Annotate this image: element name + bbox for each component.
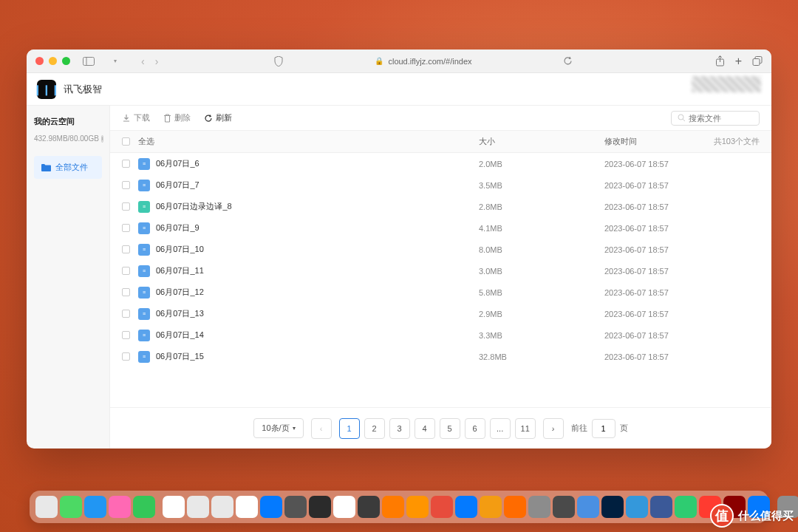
table-row[interactable]: ≡ 06月07日_10 8.0MB 2023-06-07 18:57 (110, 239, 771, 260)
table-row[interactable]: ≡ 06月07日_14 3.3MB 2023-06-07 18:57 (110, 324, 771, 346)
file-size: 4.1MB (479, 224, 604, 233)
page-size-select[interactable]: 10条/页 ▾ (253, 418, 303, 438)
row-checkbox[interactable] (122, 267, 130, 275)
file-time: 2023-06-07 18:57 (604, 352, 760, 361)
file-name[interactable]: 06月07日_12 (156, 287, 479, 298)
row-checkbox[interactable] (122, 310, 130, 318)
prev-page-button[interactable]: ‹ (311, 418, 332, 439)
file-name[interactable]: 06月07日_10 (156, 244, 479, 255)
dock-app-icon[interactable] (626, 496, 648, 518)
table-row[interactable]: ≡ 06月07日_15 32.8MB 2023-06-07 18:57 (110, 346, 771, 367)
page-button[interactable]: ... (490, 418, 511, 439)
shield-icon[interactable] (270, 53, 287, 69)
dock-app-icon[interactable] (650, 496, 672, 518)
row-checkbox[interactable] (122, 245, 130, 253)
dock-app-icon[interactable] (309, 496, 331, 518)
file-name[interactable]: 06月07日_13 (156, 308, 479, 319)
dock-app-icon[interactable] (601, 496, 624, 518)
dock-app-icon[interactable] (60, 496, 82, 518)
table-row[interactable]: ≡ 06月07日_12 5.8MB 2023-06-07 18:57 (110, 282, 771, 303)
dock-app-icon[interactable] (284, 496, 307, 518)
dock-app-icon[interactable] (84, 496, 106, 518)
close-icon[interactable] (35, 57, 44, 65)
dock-app-icon[interactable] (187, 496, 209, 518)
download-button[interactable]: 下载 (122, 112, 150, 123)
page-jump-input[interactable] (592, 419, 615, 438)
dock-app-icon[interactable] (163, 496, 185, 518)
row-checkbox[interactable] (122, 202, 130, 211)
folder-icon (41, 163, 51, 171)
page-button[interactable]: 6 (465, 418, 485, 439)
delete-button[interactable]: 删除 (163, 112, 191, 123)
dock-app-icon[interactable] (528, 496, 550, 518)
file-name[interactable]: 06月07日边录边译_8 (156, 201, 479, 212)
file-name[interactable]: 06月07日_7 (156, 180, 479, 191)
table-row[interactable]: ≡ 06月07日边录边译_8 2.8MB 2023-06-07 18:57 (110, 196, 771, 217)
dock-app-icon[interactable] (577, 496, 599, 518)
col-size-header[interactable]: 大小 (479, 136, 604, 147)
forward-icon[interactable]: › (152, 55, 162, 67)
page-button[interactable]: 3 (389, 418, 410, 439)
dock-app-icon[interactable] (675, 496, 697, 518)
file-name[interactable]: 06月07日_6 (156, 158, 479, 169)
row-checkbox[interactable] (122, 352, 130, 361)
page-button[interactable]: 2 (364, 418, 385, 439)
dock-app-icon[interactable] (260, 496, 282, 518)
new-tab-icon[interactable]: + (735, 55, 742, 68)
maximize-icon[interactable] (62, 57, 70, 65)
back-icon[interactable]: ‹ (138, 55, 148, 67)
file-name[interactable]: 06月07日_11 (156, 265, 479, 276)
sidebar-item-all-files[interactable]: 全部文件 (34, 156, 102, 179)
col-time-header[interactable]: 修改时间 (604, 136, 700, 147)
table-row[interactable]: ≡ 06月07日_7 3.5MB 2023-06-07 18:57 (110, 174, 771, 196)
dock-app-icon[interactable] (133, 496, 155, 518)
chevron-down-icon[interactable]: ▾ (107, 53, 123, 69)
dock-app-icon[interactable] (211, 496, 233, 518)
row-checkbox[interactable] (122, 288, 130, 296)
table-row[interactable]: ≡ 06月07日_13 2.9MB 2023-06-07 18:57 (110, 303, 771, 324)
dock-app-icon[interactable] (431, 496, 453, 518)
file-name[interactable]: 06月07日_15 (156, 351, 479, 362)
info-icon[interactable]: i (101, 135, 104, 143)
share-icon[interactable] (715, 55, 725, 66)
dock-app-icon[interactable] (236, 496, 258, 518)
table-row[interactable]: ≡ 06月07日_11 3.0MB 2023-06-07 18:57 (110, 260, 771, 282)
traffic-lights[interactable] (35, 57, 70, 65)
address-bar[interactable]: 🔒 cloud.iflyjz.com/#/index (297, 57, 549, 66)
dock-app-icon[interactable] (382, 496, 404, 518)
row-checkbox[interactable] (122, 224, 130, 232)
user-avatar-blurred[interactable] (692, 76, 761, 92)
file-name[interactable]: 06月07日_14 (156, 330, 479, 341)
table-row[interactable]: ≡ 06月07日_9 4.1MB 2023-06-07 18:57 (110, 217, 771, 239)
reload-icon[interactable] (560, 53, 576, 69)
page-button[interactable]: 1 (339, 418, 360, 439)
row-checkbox[interactable] (122, 331, 130, 339)
tabs-icon[interactable] (752, 56, 763, 66)
dock-app-icon[interactable] (455, 496, 477, 518)
refresh-button[interactable]: 刷新 (204, 112, 232, 123)
table-row[interactable]: ≡ 06月07日_6 2.0MB 2023-06-07 18:57 (110, 153, 771, 174)
dock[interactable] (30, 491, 768, 523)
dock-app-icon[interactable] (333, 496, 355, 518)
next-page-button[interactable]: › (543, 418, 564, 439)
row-checkbox[interactable] (122, 181, 130, 189)
dock-app-icon[interactable] (109, 496, 131, 518)
page-button[interactable]: 11 (515, 418, 536, 439)
page-button[interactable]: 5 (440, 418, 460, 439)
file-name[interactable]: 06月07日_9 (156, 222, 479, 233)
dock-app-icon[interactable] (406, 496, 429, 518)
col-name-header[interactable]: 全选 (138, 136, 479, 147)
row-checkbox[interactable] (122, 160, 130, 168)
dock-app-icon[interactable] (553, 496, 575, 518)
select-all-checkbox[interactable] (122, 137, 130, 146)
minimize-icon[interactable] (49, 57, 57, 65)
search-field[interactable] (689, 114, 748, 123)
dock-app-icon[interactable] (358, 496, 380, 518)
search-input[interactable] (671, 111, 760, 126)
file-size: 2.9MB (479, 310, 604, 318)
page-button[interactable]: 4 (415, 418, 435, 439)
dock-app-icon[interactable] (504, 496, 526, 518)
dock-app-icon[interactable] (35, 496, 58, 518)
dock-app-icon[interactable] (480, 496, 502, 518)
sidebar-toggle-icon[interactable] (81, 53, 97, 69)
